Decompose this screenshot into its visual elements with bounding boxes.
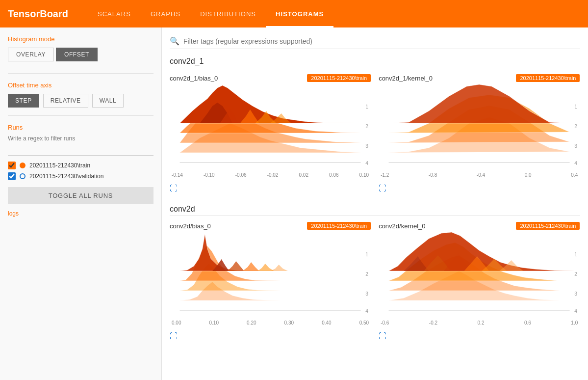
offset-button[interactable]: OFFSET: [56, 48, 98, 61]
svg-marker-33: [243, 262, 259, 271]
svg-marker-21: [389, 84, 570, 123]
svg-text:2: 2: [365, 124, 368, 129]
chart-conv2d1-kernel: conv2d_1/kernel_0 20201115-212430\train …: [379, 74, 580, 193]
histogram-svg-conv2d1-bias: 1 2 3 4: [170, 84, 371, 172]
chart-header-conv2d-bias: conv2d/bias_0 20201115-212430\train: [170, 222, 371, 230]
offset-time-label: Offset time axis: [8, 81, 153, 89]
x-label: -0.2: [429, 320, 437, 326]
run-label-train: 20201115-212430\train: [29, 162, 90, 169]
svg-text:2: 2: [574, 271, 577, 277]
x-label: 0.40: [322, 320, 331, 326]
histogram-svg-conv2d-kernel: 1 2 3 4: [379, 232, 580, 320]
overlay-button[interactable]: OVERLAY: [8, 48, 54, 61]
x-label: 0.02: [299, 172, 308, 178]
app-logo: TensorBoard: [8, 8, 68, 20]
wall-button[interactable]: WALL: [92, 94, 124, 108]
search-input[interactable]: [183, 37, 580, 45]
charts-row-conv2d: conv2d/bias_0 20201115-212430\train 1 2 …: [170, 222, 580, 341]
histogram-mode-label: Histogram mode: [8, 35, 153, 43]
nav-graphs[interactable]: GRAPHS: [141, 0, 190, 27]
x-label: 0.2: [478, 320, 485, 326]
run-badge-conv2d-bias: 20201115-212430\train: [307, 222, 371, 230]
x-label: 0.6: [524, 320, 531, 326]
expand-icon-conv2d1-bias[interactable]: ⛶: [170, 184, 178, 193]
chart-area-conv2d1-bias: 1 2 3 4: [170, 84, 371, 182]
toggle-all-button[interactable]: TOGGLE ALL RUNS: [8, 187, 153, 204]
svg-marker-34: [257, 264, 274, 271]
run-dot-train: [20, 163, 26, 168]
chart-title-conv2d-kernel: conv2d/kernel_0: [379, 222, 425, 230]
section-title-conv2d-1: conv2d_1: [170, 57, 580, 68]
x-label: 0.00: [172, 320, 181, 326]
section-conv2d-1: conv2d_1 conv2d_1/bias_0 20201115-212430…: [170, 57, 580, 193]
divider-2: [8, 115, 153, 116]
mode-buttons: OVERLAY OFFSET: [8, 48, 153, 61]
chart-area-conv2d1-kernel: 1 2 3 4: [379, 84, 580, 182]
x-label: 0.30: [284, 320, 294, 326]
x-axis-conv2d-bias: 0.00 0.10 0.20 0.30 0.40 0.50: [170, 320, 371, 326]
nav-histograms[interactable]: HISTOGRAMS: [266, 0, 333, 27]
svg-text:4: 4: [365, 161, 368, 166]
step-button[interactable]: STEP: [8, 94, 39, 108]
histogram-svg-conv2d-bias: 1 2 3 4: [170, 232, 371, 320]
main-layout: Histogram mode OVERLAY OFFSET Offset tim…: [0, 27, 588, 380]
chart-header-conv2d-kernel: conv2d/kernel_0 20201115-212430\train: [379, 222, 580, 230]
relative-button[interactable]: RELATIVE: [43, 94, 88, 108]
svg-text:2: 2: [365, 271, 368, 277]
chart-footer-conv2d1-bias: ⛶: [170, 184, 371, 193]
sidebar: Histogram mode OVERLAY OFFSET Offset tim…: [0, 27, 162, 380]
expand-icon-conv2d-kernel[interactable]: ⛶: [379, 332, 386, 341]
run-checkbox-validation[interactable]: [8, 172, 16, 180]
svg-marker-35: [270, 265, 288, 271]
main-nav: SCALARS GRAPHS DISTRIBUTIONS HISTOGRAMS: [88, 0, 333, 27]
section-conv2d: conv2d conv2d/bias_0 20201115-212430\tra…: [170, 205, 580, 341]
svg-text:3: 3: [574, 143, 577, 149]
run-item-train: 20201115-212430\train: [8, 162, 153, 169]
x-label: -0.10: [204, 172, 215, 178]
histogram-svg-conv2d1-kernel: 1 2 3 4: [379, 84, 580, 172]
svg-marker-32: [228, 261, 244, 271]
x-label: 0.10: [209, 320, 219, 326]
x-label: -0.06: [235, 172, 247, 178]
x-label: -0.14: [172, 172, 183, 178]
x-label: 1.0: [571, 320, 578, 326]
runs-title: Runs: [8, 124, 153, 131]
x-axis-conv2d-kernel: -0.6 -0.2 0.2 0.6 1.0: [379, 320, 580, 326]
expand-icon-conv2d-bias[interactable]: ⛶: [170, 332, 178, 341]
run-label-validation: 20201115-212430\validation: [29, 173, 103, 180]
chart-footer-conv2d-bias: ⛶: [170, 332, 371, 341]
x-label: 0.0: [525, 172, 532, 178]
chart-conv2d-bias: conv2d/bias_0 20201115-212430\train 1 2 …: [170, 222, 371, 341]
run-badge-conv2d-kernel: 20201115-212430\train: [516, 222, 580, 230]
x-label: -0.8: [429, 172, 437, 178]
nav-scalars[interactable]: SCALARS: [88, 0, 141, 27]
search-icon: 🔍: [170, 36, 179, 46]
nav-distributions[interactable]: DISTRIBUTIONS: [190, 0, 266, 27]
x-axis-conv2d1-bias: -0.14 -0.10 -0.06 -0.02 0.02 0.06 0.10: [170, 172, 371, 178]
svg-text:1: 1: [365, 252, 368, 257]
svg-text:1: 1: [574, 104, 577, 109]
divider-1: [8, 73, 153, 74]
svg-text:2: 2: [574, 124, 577, 129]
x-label: 0.4: [571, 172, 578, 178]
run-item-validation: 20201115-212430\validation: [8, 172, 153, 180]
svg-text:1: 1: [574, 252, 577, 257]
chart-conv2d1-bias: conv2d_1/bias_0 20201115-212430\train 1 …: [170, 74, 371, 193]
run-filter-input[interactable]: [8, 146, 153, 156]
logs-link[interactable]: logs: [8, 210, 153, 217]
x-axis-conv2d1-kernel: -1.2 -0.8 -0.4 0.0 0.4: [379, 172, 580, 178]
x-label: -0.6: [381, 320, 389, 326]
section-title-conv2d: conv2d: [170, 205, 580, 216]
chart-title-conv2d1-kernel: conv2d_1/kernel_0: [379, 75, 433, 82]
svg-text:3: 3: [574, 291, 577, 297]
main-content: 🔍 conv2d_1 conv2d_1/bias_0 20201115-2124…: [162, 27, 588, 380]
run-checkbox-train[interactable]: [8, 162, 16, 169]
expand-icon-conv2d1-kernel[interactable]: ⛶: [379, 184, 386, 193]
search-bar: 🔍: [170, 33, 580, 49]
chart-area-conv2d-kernel: 1 2 3 4: [379, 232, 580, 330]
chart-header-conv2d1-kernel: conv2d_1/kernel_0 20201115-212430\train: [379, 74, 580, 82]
chart-conv2d-kernel: conv2d/kernel_0 20201115-212430\train 1 …: [379, 222, 580, 341]
x-label: -0.02: [267, 172, 279, 178]
chart-header-conv2d1-bias: conv2d_1/bias_0 20201115-212430\train: [170, 74, 371, 82]
svg-text:4: 4: [365, 308, 368, 314]
